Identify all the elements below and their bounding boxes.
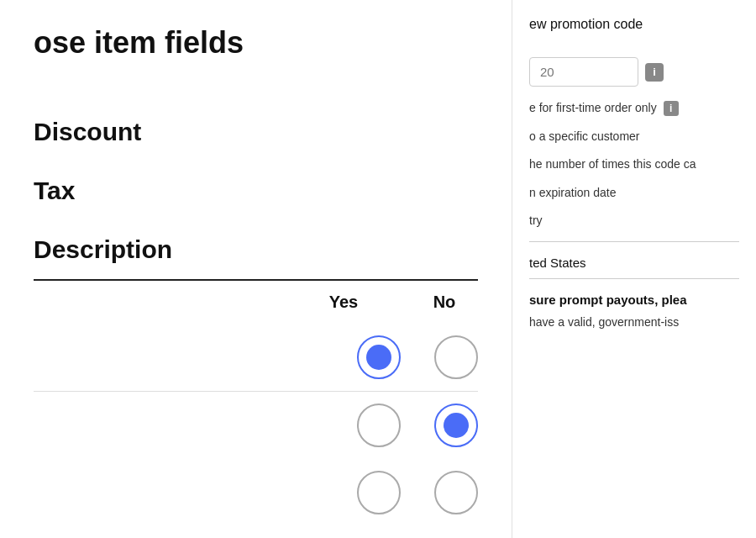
option-expiration: n expiration date [529, 185, 739, 202]
radio-no-2[interactable] [434, 404, 478, 447]
field-item-discount: Discount [34, 103, 478, 161]
discount-input[interactable] [529, 57, 638, 87]
divider-1 [529, 241, 739, 242]
radio-row-3 [34, 459, 478, 526]
option-usage-limit: he number of times this code ca [529, 156, 739, 173]
radio-row-1 [34, 324, 478, 392]
radio-yes-2[interactable] [357, 404, 401, 447]
main-container: ose item fields Discount Tax Description… [0, 0, 756, 538]
radio-row-2 [34, 392, 478, 459]
radio-no-1[interactable] [434, 335, 478, 379]
promo-title: ew promotion code [529, 17, 739, 32]
radio-no-3[interactable] [434, 471, 478, 514]
column-header-row: Yes No [34, 279, 478, 324]
panel-title: ose item fields [34, 25, 478, 61]
govt-text: have a valid, government-iss [529, 314, 739, 331]
left-panel: ose item fields Discount Tax Description… [0, 0, 512, 538]
field-item-tax: Tax [34, 161, 478, 220]
option-specific-customer: o a specific customer [529, 129, 739, 145]
field-item-description: Description [34, 220, 478, 279]
field-label-discount: Discount [34, 118, 141, 146]
discount-input-row: i [529, 57, 739, 87]
country-value: ted States [529, 251, 739, 270]
col-header-no: No [411, 293, 478, 312]
right-panel: ew promotion code i e for first-time ord… [512, 0, 756, 538]
radio-yes-3[interactable] [357, 471, 401, 514]
discount-info-icon[interactable]: i [645, 63, 664, 82]
field-label-tax: Tax [34, 177, 75, 205]
divider-2 [529, 278, 739, 279]
option1-info-icon[interactable]: i [664, 101, 679, 116]
field-list: Discount Tax Description Yes No [34, 103, 478, 526]
option-country-label: try [529, 213, 739, 229]
option-first-time: e for first-time order only i [529, 100, 739, 117]
col-header-yes: Yes [310, 293, 377, 312]
payout-text: sure prompt payouts, plea [529, 291, 739, 310]
field-label-description: Description [34, 235, 172, 264]
radio-yes-1[interactable] [357, 335, 401, 379]
